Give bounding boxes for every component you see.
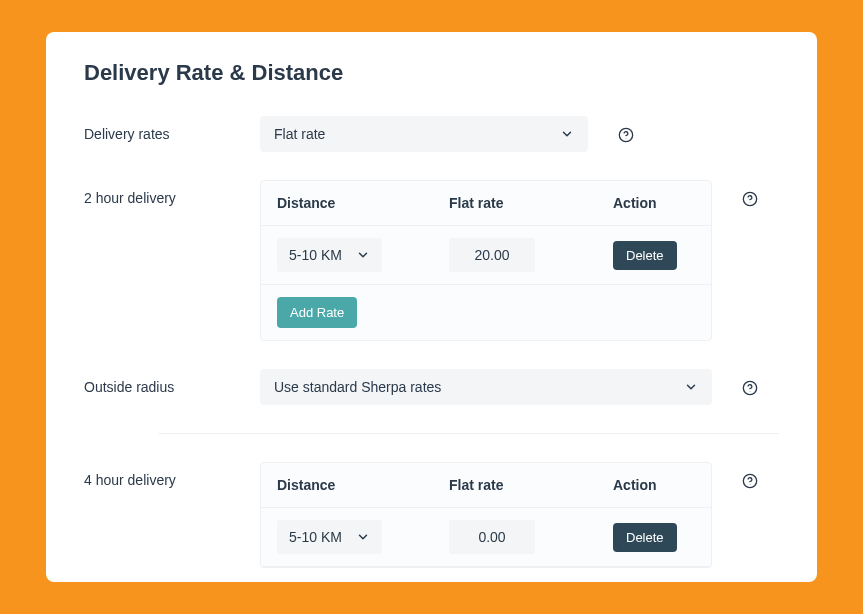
label-delivery-rates: Delivery rates bbox=[84, 116, 260, 142]
add-rate-button[interactable]: Add Rate bbox=[277, 297, 357, 328]
help-icon[interactable] bbox=[742, 380, 758, 396]
help-icon[interactable] bbox=[742, 473, 758, 489]
help-icon[interactable] bbox=[742, 191, 758, 207]
distance-select[interactable]: 5-10 KM bbox=[277, 520, 382, 554]
rate-table-2hr: Distance Flat rate Action 5-10 KM bbox=[260, 180, 712, 341]
delivery-rates-select[interactable]: Flat rate bbox=[260, 116, 588, 152]
delete-button[interactable]: Delete bbox=[613, 241, 677, 270]
help-icon[interactable] bbox=[618, 127, 634, 143]
svg-point-1 bbox=[626, 138, 627, 139]
cell-rate bbox=[449, 238, 613, 272]
chevron-down-icon bbox=[560, 127, 574, 141]
row-4-hour-delivery: 4 hour delivery Distance Flat rate Actio… bbox=[84, 462, 779, 568]
rate-input[interactable] bbox=[449, 520, 535, 554]
cell-distance: 5-10 KM bbox=[277, 520, 449, 554]
cell-action: Delete bbox=[613, 523, 695, 552]
cell-rate bbox=[449, 520, 613, 554]
row-content: Use standard Sherpa rates bbox=[260, 369, 779, 405]
distance-value: 5-10 KM bbox=[289, 529, 342, 545]
table-header: Distance Flat rate Action bbox=[261, 463, 711, 508]
row-content: Distance Flat rate Action 5-10 KM bbox=[260, 462, 779, 568]
settings-card: Delivery Rate & Distance Delivery rates … bbox=[46, 32, 817, 582]
table-footer: Add Rate bbox=[261, 285, 711, 340]
cell-distance: 5-10 KM bbox=[277, 238, 449, 272]
chevron-down-icon bbox=[356, 530, 370, 544]
table-row: 5-10 KM Delete bbox=[261, 508, 711, 567]
rate-input[interactable] bbox=[449, 238, 535, 272]
chevron-down-icon bbox=[356, 248, 370, 262]
rate-table-4hr: Distance Flat rate Action 5-10 KM bbox=[260, 462, 712, 568]
header-distance: Distance bbox=[277, 195, 449, 211]
row-content: Flat rate bbox=[260, 116, 779, 152]
table-row: 5-10 KM Delete bbox=[261, 226, 711, 285]
label-2-hour-delivery: 2 hour delivery bbox=[84, 180, 260, 206]
header-flat-rate: Flat rate bbox=[449, 477, 613, 493]
distance-select[interactable]: 5-10 KM bbox=[277, 238, 382, 272]
table-header: Distance Flat rate Action bbox=[261, 181, 711, 226]
chevron-down-icon bbox=[684, 380, 698, 394]
delete-button[interactable]: Delete bbox=[613, 523, 677, 552]
outside-radius-select[interactable]: Use standard Sherpa rates bbox=[260, 369, 712, 405]
select-value: Flat rate bbox=[274, 126, 325, 142]
row-2-hour-delivery: 2 hour delivery Distance Flat rate Actio… bbox=[84, 180, 779, 341]
header-action: Action bbox=[613, 195, 695, 211]
svg-point-3 bbox=[750, 202, 751, 203]
svg-point-7 bbox=[750, 484, 751, 485]
section-divider bbox=[158, 433, 779, 434]
header-action: Action bbox=[613, 477, 695, 493]
page-title: Delivery Rate & Distance bbox=[84, 60, 779, 86]
svg-point-5 bbox=[750, 391, 751, 392]
label-4-hour-delivery: 4 hour delivery bbox=[84, 462, 260, 488]
header-distance: Distance bbox=[277, 477, 449, 493]
row-outside-radius: Outside radius Use standard Sherpa rates bbox=[84, 369, 779, 405]
row-delivery-rates: Delivery rates Flat rate bbox=[84, 116, 779, 152]
cell-action: Delete bbox=[613, 241, 695, 270]
distance-value: 5-10 KM bbox=[289, 247, 342, 263]
row-content: Distance Flat rate Action 5-10 KM bbox=[260, 180, 779, 341]
select-value: Use standard Sherpa rates bbox=[274, 379, 441, 395]
label-outside-radius: Outside radius bbox=[84, 369, 260, 395]
header-flat-rate: Flat rate bbox=[449, 195, 613, 211]
